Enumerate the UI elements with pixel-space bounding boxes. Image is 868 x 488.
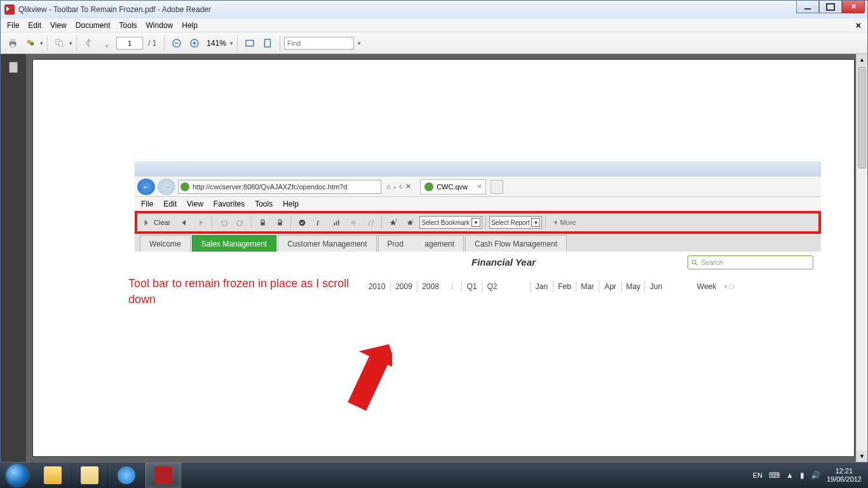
adobe-reader-window: Qlikview - Toolbar To Remain Frozen.pdf … xyxy=(0,0,868,463)
tab-close-icon[interactable]: ✕ xyxy=(477,183,482,190)
task-outlook[interactable] xyxy=(34,463,71,488)
start-button[interactable] xyxy=(0,463,34,488)
svg-marker-37 xyxy=(348,339,392,416)
tray-volume-icon[interactable]: 🔊 xyxy=(811,471,820,480)
url-actions[interactable]: ⌕ ▾ ↻ ✕ xyxy=(384,182,414,191)
menu-file[interactable]: File xyxy=(7,21,19,30)
pages-button[interactable] xyxy=(51,35,68,51)
svg-marker-20 xyxy=(200,220,203,225)
year-2008[interactable]: 2008 xyxy=(417,281,444,292)
menu-window[interactable]: Window xyxy=(146,21,173,30)
tray-flag-icon[interactable]: ▲ xyxy=(786,471,794,480)
quarter-q2[interactable]: Q2 xyxy=(482,281,502,292)
collab-button[interactable] xyxy=(22,35,39,51)
tray-keyboard-icon[interactable]: ⌨ xyxy=(769,471,780,480)
menu-help[interactable]: Help xyxy=(182,21,198,30)
qlikview-toolbar: Clear xyxy=(137,214,818,231)
svg-rect-16 xyxy=(10,62,18,73)
ie-menu-view[interactable]: View xyxy=(187,200,203,208)
language-indicator[interactable]: EN xyxy=(753,471,763,479)
select-report-dropdown[interactable]: Select Report ▼ xyxy=(489,216,543,229)
current-selections-button[interactable] xyxy=(294,215,309,229)
clear-button[interactable]: Clear xyxy=(140,215,174,229)
month-apr[interactable]: Apr xyxy=(599,281,621,292)
close-button[interactable] xyxy=(842,1,865,13)
tab-cash-flow-management[interactable]: Cash Flow Management xyxy=(465,235,567,252)
minimize-button[interactable] xyxy=(796,1,819,13)
menu-document[interactable]: Document xyxy=(76,21,111,30)
prev-page-button[interactable] xyxy=(81,35,97,51)
week-label[interactable]: Week xyxy=(693,281,721,292)
task-adobe-reader[interactable] xyxy=(145,463,182,488)
ie-menu-file[interactable]: File xyxy=(141,200,153,208)
ie-menu-edit[interactable]: Edit xyxy=(163,200,177,208)
tab-product-management[interactable]: Prod agement xyxy=(378,235,464,252)
task-ie[interactable] xyxy=(108,463,145,488)
scrollbar-thumb[interactable] xyxy=(858,67,866,168)
quarter-q1[interactable]: Q1 xyxy=(461,281,482,292)
add-bookmark-button[interactable]: + xyxy=(385,215,400,229)
zoom-out-button[interactable] xyxy=(168,35,185,51)
tab-welcome[interactable]: Welcome xyxy=(140,235,191,252)
notes-button[interactable] xyxy=(311,215,327,229)
maximize-button[interactable] xyxy=(819,1,842,13)
repository-button[interactable] xyxy=(363,215,378,229)
month-feb[interactable]: Feb xyxy=(553,281,576,292)
scroll-down-button[interactable]: ▼ xyxy=(857,451,867,462)
menu-tools[interactable]: Tools xyxy=(119,21,137,30)
fit-page-button[interactable] xyxy=(259,35,276,51)
year-2010[interactable]: 2010 xyxy=(363,281,390,292)
month-may[interactable]: May xyxy=(621,281,644,292)
vertical-scrollbar[interactable]: ▲ ▼ xyxy=(856,54,867,462)
separator xyxy=(47,36,48,51)
year-2009[interactable]: 2009 xyxy=(390,281,417,292)
find-input[interactable] xyxy=(284,37,354,50)
select-bookmark-dropdown[interactable]: Select Bookmark ▼ xyxy=(419,216,482,229)
chart-button[interactable] xyxy=(329,215,344,229)
more-button[interactable]: ▼ More xyxy=(549,215,580,229)
tab-sales-management[interactable]: Sales Management xyxy=(192,235,276,252)
ie-menu-favorites[interactable]: Favorites xyxy=(214,200,245,208)
month-jun[interactable]: Jun xyxy=(644,281,667,292)
back-button[interactable]: ← xyxy=(137,179,155,195)
ie-menu-tools[interactable]: Tools xyxy=(255,200,273,208)
svg-rect-1 xyxy=(10,39,15,42)
print-button[interactable] xyxy=(4,35,21,51)
qlikview-favicon-icon xyxy=(424,182,433,191)
lock-button[interactable] xyxy=(255,215,270,229)
month-mar[interactable]: Mar xyxy=(576,281,599,292)
forward-selection-button[interactable] xyxy=(193,215,208,229)
month-jan[interactable]: Jan xyxy=(530,281,553,292)
new-tab-button[interactable] xyxy=(491,180,503,194)
browser-tab[interactable]: CWC.qvw ✕ xyxy=(420,179,486,194)
svg-rect-6 xyxy=(59,41,63,46)
unlock-button[interactable] xyxy=(272,215,287,229)
titlebar: Qlikview - Toolbar To Remain Frozen.pdf … xyxy=(1,1,867,18)
separator xyxy=(164,36,165,51)
menu-edit[interactable]: Edit xyxy=(28,21,41,30)
tab-customer-management[interactable]: Customer Management xyxy=(278,235,376,252)
fit-width-button[interactable] xyxy=(241,35,258,51)
page-number-input[interactable] xyxy=(116,37,143,50)
menu-view[interactable]: View xyxy=(50,21,67,30)
next-page-button[interactable] xyxy=(98,35,115,51)
zoom-in-button[interactable] xyxy=(186,35,203,51)
scroll-up-button[interactable]: ▲ xyxy=(857,54,867,65)
redo-button[interactable] xyxy=(233,215,248,229)
svg-rect-23 xyxy=(261,222,265,225)
back-selection-button[interactable] xyxy=(176,215,191,229)
url-field[interactable]: http://cwcserver:8080/QvAJAXZfc/opendoc.… xyxy=(178,180,381,194)
url-text: http://cwcserver:8080/QvAJAXZfc/opendoc.… xyxy=(193,183,347,191)
task-explorer[interactable] xyxy=(71,463,108,488)
dropdown-icon: ▼ xyxy=(531,218,540,227)
close-document-button[interactable]: × xyxy=(856,20,861,30)
remove-bookmark-button[interactable]: − xyxy=(402,215,417,229)
add-button[interactable] xyxy=(346,215,361,229)
forward-button[interactable]: → xyxy=(158,179,175,195)
clock[interactable]: 12:21 19/06/2012 xyxy=(827,467,862,484)
search-input[interactable]: Search xyxy=(688,255,813,269)
ie-menu-help[interactable]: Help xyxy=(283,200,299,208)
undo-button[interactable] xyxy=(215,215,231,229)
pages-panel-icon[interactable] xyxy=(6,60,20,74)
tray-battery-icon[interactable]: ▮ xyxy=(800,471,804,480)
